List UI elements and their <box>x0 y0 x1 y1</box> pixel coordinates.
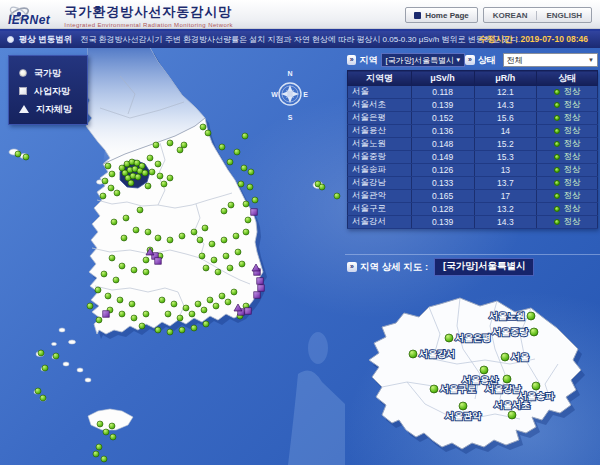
national-station-marker[interactable] <box>167 140 173 146</box>
national-station-marker[interactable] <box>245 217 251 223</box>
national-station-marker[interactable] <box>113 277 119 283</box>
national-station-marker[interactable] <box>15 151 21 157</box>
national-station-marker[interactable] <box>100 193 106 199</box>
seoul-station-dot[interactable] <box>508 411 516 419</box>
national-station-marker[interactable] <box>131 267 137 273</box>
national-station-marker[interactable] <box>223 253 229 259</box>
national-station-marker[interactable] <box>155 161 161 167</box>
national-station-marker[interactable] <box>239 261 245 267</box>
national-station-marker[interactable] <box>231 289 237 295</box>
seoul-station-dot[interactable] <box>530 328 538 336</box>
national-station-marker[interactable] <box>53 353 59 359</box>
national-station-marker[interactable] <box>171 301 177 307</box>
national-station-marker[interactable] <box>153 142 159 148</box>
national-station-marker[interactable] <box>167 175 173 181</box>
seoul-detail-map[interactable]: 서울노원서울중랑서울은평서울강서서울서울용산서울강남서울송파서울구로서울관악서울… <box>345 278 600 465</box>
operator-station-marker[interactable] <box>245 308 251 314</box>
national-station-marker[interactable] <box>155 327 161 333</box>
national-station-marker[interactable] <box>145 183 151 189</box>
national-station-marker[interactable] <box>205 130 211 136</box>
national-station-marker[interactable] <box>200 124 206 130</box>
seoul-station-dot[interactable] <box>445 334 453 342</box>
legend-item-국가망[interactable]: 국가망 <box>19 64 87 82</box>
lang-korean-button[interactable]: KOREAN <box>484 11 537 20</box>
national-station-marker[interactable] <box>40 395 46 401</box>
national-station-marker[interactable] <box>159 297 165 303</box>
national-station-marker[interactable] <box>234 149 240 155</box>
operator-station-marker[interactable] <box>251 209 257 215</box>
seoul-station-dot[interactable] <box>430 385 438 393</box>
national-station-marker[interactable] <box>42 365 48 371</box>
national-station-marker[interactable] <box>228 202 234 208</box>
national-station-marker[interactable] <box>111 219 117 225</box>
national-station-marker[interactable] <box>181 142 187 148</box>
national-station-marker[interactable] <box>219 293 225 299</box>
national-station-marker[interactable] <box>202 225 208 231</box>
table-row[interactable]: 서울송파 0.126 13 정상 <box>348 164 598 177</box>
national-station-marker[interactable] <box>35 388 41 394</box>
national-station-marker[interactable] <box>227 159 233 165</box>
national-station-marker[interactable] <box>225 299 231 305</box>
national-station-marker[interactable] <box>221 208 227 214</box>
national-station-marker[interactable] <box>131 315 137 321</box>
table-row[interactable]: 서울강남 0.133 13.7 정상 <box>348 177 598 190</box>
detail-map-region-value[interactable]: [국가망]서울특별시 <box>434 258 534 276</box>
brand-logo[interactable]: IERNet 국가환경방사선자동감시망 Integrated Environme… <box>6 3 233 28</box>
national-station-marker[interactable] <box>109 255 115 261</box>
national-station-marker[interactable] <box>235 249 241 255</box>
national-station-marker[interactable] <box>149 169 155 175</box>
national-station-marker[interactable] <box>129 301 135 307</box>
national-station-marker[interactable] <box>219 144 225 150</box>
national-station-marker[interactable] <box>243 201 249 207</box>
seoul-station-dot[interactable] <box>459 402 467 410</box>
operator-station-marker[interactable] <box>103 311 109 317</box>
national-station-marker[interactable] <box>97 421 103 427</box>
national-station-marker[interactable] <box>179 327 185 333</box>
national-station-marker[interactable] <box>165 311 171 317</box>
national-station-marker[interactable] <box>201 307 207 313</box>
national-station-marker[interactable] <box>179 233 185 239</box>
national-station-marker[interactable] <box>167 237 173 243</box>
national-station-marker[interactable] <box>121 235 127 241</box>
national-station-marker[interactable] <box>95 287 101 293</box>
national-station-marker[interactable] <box>183 305 189 311</box>
status-select[interactable]: 전체 ▼ <box>503 53 598 67</box>
national-station-marker[interactable] <box>110 434 116 440</box>
table-row[interactable]: 서울서초 0.139 14.3 정상 <box>348 99 598 112</box>
national-station-marker[interactable] <box>103 429 109 435</box>
national-station-marker[interactable] <box>105 293 111 299</box>
national-station-marker[interactable] <box>139 323 145 329</box>
national-station-marker[interactable] <box>243 229 249 235</box>
home-page-button[interactable]: Home Page <box>405 7 478 23</box>
national-station-marker[interactable] <box>142 170 148 176</box>
national-station-marker[interactable] <box>23 154 29 160</box>
lang-english-button[interactable]: ENGLISH <box>536 11 591 20</box>
national-station-marker[interactable] <box>119 311 125 317</box>
national-station-marker[interactable] <box>101 456 107 462</box>
national-station-marker[interactable] <box>207 297 213 303</box>
national-station-marker[interactable] <box>135 174 141 180</box>
national-station-marker[interactable] <box>334 193 340 199</box>
legend-item-지자체망[interactable]: 지자체망 <box>19 100 87 118</box>
seoul-station-dot[interactable] <box>501 353 509 361</box>
table-row[interactable]: 서울용산 0.136 14 정상 <box>348 125 598 138</box>
national-station-marker[interactable] <box>195 301 201 307</box>
national-station-marker[interactable] <box>101 271 107 277</box>
national-station-marker[interactable] <box>197 237 203 243</box>
national-station-marker[interactable] <box>93 451 99 457</box>
national-station-marker[interactable] <box>38 350 44 356</box>
table-row[interactable]: 서울관악 0.165 17 정상 <box>348 190 598 203</box>
table-row[interactable]: 서울은평 0.152 15.6 정상 <box>348 112 598 125</box>
national-station-marker[interactable] <box>177 315 183 321</box>
national-station-marker[interactable] <box>319 184 325 190</box>
seoul-station-dot[interactable] <box>409 350 417 358</box>
national-station-marker[interactable] <box>96 317 102 323</box>
operator-station-marker[interactable] <box>257 278 263 284</box>
operator-station-marker[interactable] <box>254 292 260 298</box>
national-station-marker[interactable] <box>147 155 153 161</box>
region-select[interactable]: [국가망]서울특별시 ▼ <box>381 53 465 67</box>
national-station-marker[interactable] <box>128 180 134 186</box>
national-station-marker[interactable] <box>203 265 209 271</box>
national-station-marker[interactable] <box>161 181 167 187</box>
national-station-marker[interactable] <box>242 133 248 139</box>
